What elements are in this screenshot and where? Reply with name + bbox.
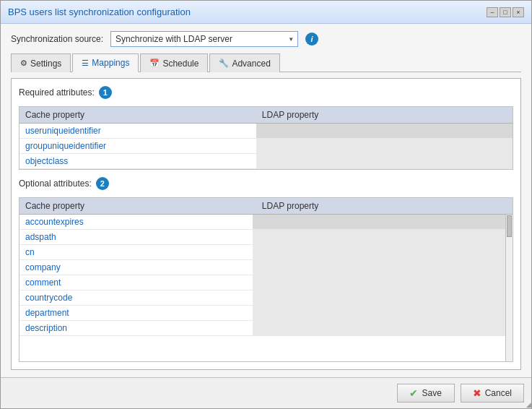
optional-scroll-area[interactable]: accountexpiresadspathcncompanycommentcou… [19,215,505,361]
required-cache-cell: groupuniqueidentifier [19,139,256,154]
optional-attributes-body-table: accountexpiresadspathcncompanycommentcou… [19,215,505,336]
sync-source-select[interactable]: Synchronize with LDAP server [110,31,298,47]
optional-ldap-cell[interactable] [253,245,505,260]
cancel-label: Cancel [485,388,512,398]
required-cache-header: Cache property [19,107,256,124]
optional-cache-header: Cache property [19,198,256,215]
optional-attributes-table-container: Cache property LDAP property [19,197,513,362]
scrollbar-thumb[interactable] [507,215,512,237]
optional-table-row[interactable]: description [19,321,505,336]
required-cache-cell: objectclass [19,154,256,169]
scrollbar-track [506,215,513,361]
window-controls: – □ × [487,7,524,17]
advanced-tab-label: Advanced [232,59,270,69]
optional-badge: 2 [96,177,109,190]
optional-cache-cell: comment [19,275,253,290]
save-button[interactable]: ✔ Save [397,384,455,402]
maximize-button[interactable]: □ [500,7,511,17]
optional-cache-cell: department [19,306,253,321]
main-window: BPS users list synchronization configura… [0,0,532,409]
optional-table-row[interactable]: countrycode [19,290,505,306]
title-bar: BPS users list synchronization configura… [1,1,531,24]
optional-ldap-cell[interactable] [253,275,505,290]
optional-cache-cell: accountexpires [19,215,253,230]
required-table-row[interactable]: objectclass [19,154,513,169]
required-table-row[interactable]: groupuniqueidentifier [19,139,513,154]
sync-source-label: Synchronization source: [11,34,103,44]
optional-ldap-cell[interactable] [253,230,505,245]
sync-source-row: Synchronization source: Synchronize with… [11,31,521,47]
sync-source-select-wrapper: Synchronize with LDAP server [110,31,298,47]
tab-schedule[interactable]: 📅 Schedule [140,53,208,72]
optional-cache-cell: countrycode [19,290,253,306]
tab-settings[interactable]: ⚙ Settings [11,53,71,72]
required-attributes-table-container: Cache property LDAP property useruniquei… [19,106,513,170]
mappings-tab-icon: ☰ [82,59,89,68]
window-title: BPS users list synchronization configura… [8,7,191,17]
required-section-header: Required attributes: 1 [19,86,513,99]
main-panel: Required attributes: 1 Cache property LD… [11,78,521,370]
required-cache-cell: useruniqueidentifier [19,124,256,139]
footer: ✔ Save ✖ Cancel [1,377,531,408]
optional-ldap-cell[interactable] [253,306,505,321]
optional-table-row[interactable]: cn [19,245,505,260]
optional-ldap-cell[interactable] [253,321,505,336]
required-ldap-header: LDAP property [256,107,513,124]
required-ldap-cell[interactable] [256,154,513,169]
optional-table-row[interactable]: company [19,260,505,275]
required-table-row[interactable]: useruniqueidentifier [19,124,513,139]
tab-advanced[interactable]: 🔧 Advanced [209,53,279,72]
mappings-tab-label: Mappings [92,58,129,68]
optional-table-row[interactable]: comment [19,275,505,290]
optional-section-header: Optional attributes: 2 [19,177,513,190]
optional-ldap-cell[interactable] [253,260,505,275]
save-label: Save [422,388,441,398]
optional-table-wrap: accountexpiresadspathcncompanycommentcou… [19,215,505,361]
optional-table-row[interactable]: adspath [19,230,505,245]
optional-ldap-cell[interactable] [253,215,505,230]
optional-cache-cell: cn [19,245,253,260]
minimize-button[interactable]: – [487,7,498,17]
cancel-button[interactable]: ✖ Cancel [461,384,524,402]
save-check-icon: ✔ [409,387,418,399]
optional-table-row[interactable]: department [19,306,505,321]
required-ldap-cell[interactable] [256,139,513,154]
optional-ldap-header: LDAP property [256,198,513,215]
optional-scrollbar[interactable] [505,215,513,361]
optional-cache-cell: description [19,321,253,336]
required-attributes-table: Cache property LDAP property useruniquei… [19,107,513,169]
optional-cache-cell: adspath [19,230,253,245]
optional-ldap-cell[interactable] [253,290,505,306]
tab-mappings[interactable]: ☰ Mappings [72,53,139,72]
content-area: Synchronization source: Synchronize with… [1,24,531,377]
tabs-row: ⚙ Settings ☰ Mappings 📅 Schedule 🔧 Advan… [11,53,521,72]
schedule-tab-icon: 📅 [149,59,160,68]
resize-corner[interactable]: ◢ [523,400,531,408]
settings-tab-icon: ⚙ [20,59,27,68]
close-button[interactable]: × [513,7,524,17]
required-badge: 1 [99,86,112,99]
optional-label: Optional attributes: [19,178,92,189]
cancel-x-icon: ✖ [473,387,481,399]
optional-scroll-wrapper: accountexpiresadspathcncompanycommentcou… [19,215,513,361]
schedule-tab-label: Schedule [162,59,199,69]
optional-attributes-table-header: Cache property LDAP property [19,198,513,215]
optional-cache-cell: company [19,260,253,275]
required-label: Required attributes: [19,87,95,98]
advanced-tab-icon: 🔧 [219,59,229,68]
required-ldap-cell[interactable] [256,124,513,139]
settings-tab-label: Settings [30,59,61,69]
info-icon[interactable]: i [305,33,318,46]
optional-table-row[interactable]: accountexpires [19,215,505,230]
